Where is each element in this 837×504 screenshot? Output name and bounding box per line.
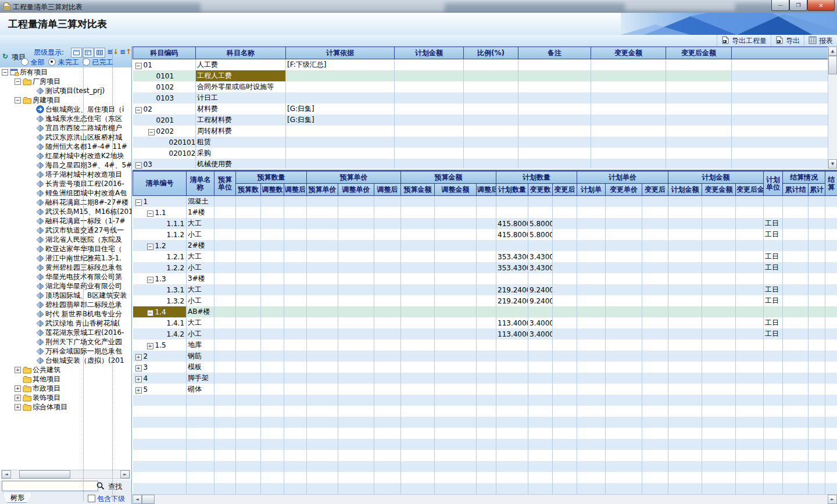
- table-cell[interactable]: [736, 218, 764, 229]
- table-cell[interactable]: [668, 295, 702, 306]
- table-cell[interactable]: [464, 126, 518, 137]
- table-cell[interactable]: [825, 284, 837, 295]
- table-cell[interactable]: [668, 229, 702, 240]
- table-cell[interactable]: [577, 240, 606, 251]
- table-cell[interactable]: [395, 103, 464, 115]
- table-cell[interactable]: [825, 328, 837, 339]
- table-cell[interactable]: [401, 207, 435, 218]
- list-code-cell[interactable]: −1.4: [133, 306, 187, 317]
- table-cell[interactable]: [702, 229, 736, 240]
- main-horizontal-scrollbar[interactable]: ◄ ►: [133, 494, 837, 504]
- table-cell[interactable]: [284, 240, 307, 251]
- tree-item[interactable]: 海昌之星四期3#、4#、5#: [0, 160, 131, 170]
- table-cell[interactable]: [606, 295, 642, 306]
- table-cell[interactable]: [666, 148, 732, 159]
- table-cell[interactable]: [435, 317, 477, 328]
- table-cell[interactable]: [606, 207, 642, 218]
- list-name-cell[interactable]: 小工: [187, 262, 214, 273]
- table-cell[interactable]: [284, 339, 307, 351]
- table-cell[interactable]: [668, 251, 702, 262]
- table-cell[interactable]: [518, 81, 591, 92]
- table-cell[interactable]: [214, 295, 236, 306]
- table-cell[interactable]: [642, 262, 668, 273]
- table-cell[interactable]: [577, 273, 606, 284]
- plan-unit-cell[interactable]: [764, 196, 783, 208]
- table-cell[interactable]: [261, 284, 284, 295]
- plan-qty-cell[interactable]: 113.4000: [496, 328, 528, 339]
- table-cell[interactable]: [261, 317, 284, 328]
- table-cell[interactable]: [464, 103, 518, 115]
- expander-icon[interactable]: +: [15, 367, 21, 373]
- table-cell[interactable]: [736, 306, 764, 317]
- table-cell[interactable]: [825, 229, 837, 240]
- table-cell[interactable]: [401, 240, 435, 251]
- change-qty-cell[interactable]: 9.2400: [528, 284, 553, 295]
- table-cell[interactable]: [606, 240, 642, 251]
- tree-item-active[interactable]: 台银城商业、居住项目（i: [0, 105, 131, 114]
- calc-basis-cell[interactable]: [F:下级汇总]: [286, 59, 395, 71]
- table-cell[interactable]: [236, 262, 261, 273]
- table-cell[interactable]: [606, 328, 642, 339]
- table-cell[interactable]: [395, 126, 464, 137]
- table-cell[interactable]: [261, 196, 284, 208]
- table-cell[interactable]: [464, 70, 518, 81]
- table-cell[interactable]: [338, 306, 374, 317]
- table-cell[interactable]: [825, 262, 837, 273]
- level-two-button[interactable]: [83, 48, 94, 58]
- calc-basis-cell[interactable]: [286, 159, 395, 169]
- table-cell[interactable]: [284, 306, 307, 317]
- tree-item[interactable]: 潜江中南世纪雅苑1.3-1.: [0, 253, 131, 263]
- list-code-cell[interactable]: +1.5: [133, 339, 187, 351]
- sort-desc-icon[interactable]: ≡↓: [107, 48, 119, 56]
- table-cell[interactable]: [809, 240, 825, 251]
- table-cell[interactable]: [464, 115, 518, 126]
- subject-code-cell[interactable]: 020101: [133, 137, 196, 148]
- table-cell[interactable]: [477, 284, 496, 295]
- list-code-cell[interactable]: −1: [133, 196, 187, 208]
- table-cell[interactable]: [783, 351, 809, 362]
- plan-unit-cell[interactable]: 工日: [764, 295, 783, 306]
- table-cell[interactable]: [577, 362, 606, 373]
- table-cell[interactable]: [307, 328, 338, 339]
- table-cell[interactable]: [825, 317, 837, 328]
- table-cell[interactable]: [732, 70, 828, 81]
- table-cell[interactable]: [435, 251, 477, 262]
- table-cell[interactable]: [666, 159, 732, 169]
- bottom-table-row[interactable]: −1.33#楼: [133, 273, 837, 284]
- table-cell[interactable]: [736, 384, 764, 395]
- table-cell[interactable]: [395, 148, 464, 159]
- change-qty-cell[interactable]: 3.4300: [528, 251, 553, 262]
- table-cell[interactable]: [577, 284, 606, 295]
- expander-icon[interactable]: +: [135, 365, 142, 371]
- table-cell[interactable]: [642, 317, 668, 328]
- table-cell[interactable]: [401, 218, 435, 229]
- table-cell[interactable]: [668, 196, 702, 208]
- table-cell[interactable]: [809, 251, 825, 262]
- table-cell[interactable]: [261, 306, 284, 317]
- tree-item[interactable]: +装饰项目: [0, 393, 131, 402]
- table-cell[interactable]: [401, 295, 435, 306]
- filter-radio-off[interactable]: 全部: [21, 58, 45, 67]
- table-cell[interactable]: [236, 306, 261, 317]
- list-name-cell[interactable]: 钢筋: [187, 351, 214, 362]
- table-cell[interactable]: [236, 229, 261, 240]
- expander-icon[interactable]: −: [135, 199, 142, 206]
- table-cell[interactable]: [477, 273, 496, 284]
- table-cell[interactable]: [307, 207, 338, 218]
- filter-radio-off[interactable]: 已完工: [83, 58, 113, 67]
- table-cell[interactable]: [809, 273, 825, 284]
- table-cell[interactable]: [732, 126, 828, 137]
- table-cell[interactable]: [401, 273, 435, 284]
- refresh-icon[interactable]: ↻: [2, 52, 8, 60]
- table-cell[interactable]: [577, 328, 606, 339]
- list-name-cell[interactable]: 大工: [187, 284, 214, 295]
- table-cell[interactable]: [477, 251, 496, 262]
- list-code-cell[interactable]: 1.4.1: [133, 317, 187, 328]
- expander-icon[interactable]: +: [135, 376, 142, 383]
- subject-name-cell[interactable]: 机械使用费: [196, 159, 286, 169]
- table-cell[interactable]: [736, 207, 764, 218]
- table-cell[interactable]: [668, 328, 702, 339]
- table-cell[interactable]: [307, 273, 338, 284]
- table-cell[interactable]: [825, 240, 837, 251]
- table-cell[interactable]: [477, 196, 496, 208]
